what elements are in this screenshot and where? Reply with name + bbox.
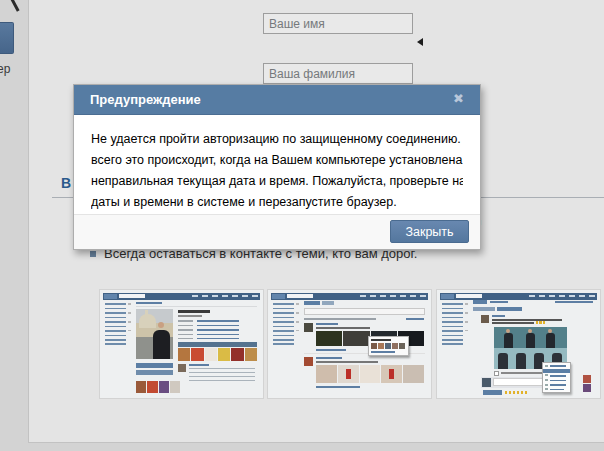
mini-friends-row (136, 381, 180, 393)
dialog-footer: Закрыть (74, 214, 480, 249)
tooltip-arrow-icon (417, 38, 423, 46)
section-heading-fragment: В (61, 175, 71, 191)
mini-sidebar-counters (296, 303, 299, 331)
vk-photo-view-screenshot (437, 290, 600, 398)
dialog-header: Предупреждение ✖ (74, 85, 480, 115)
last-name-input[interactable] (263, 63, 413, 84)
mini-top-menu (360, 295, 426, 297)
close-button[interactable]: Закрыть (390, 220, 469, 243)
vk-news-feed-screenshot (268, 290, 431, 398)
mini-light-photo-row (316, 365, 424, 383)
screenshot-root: ер В й. Всегда оставаться в контакте с т… (0, 0, 604, 451)
mini-top-menu (529, 295, 595, 297)
mini-sidebar-counters (128, 303, 131, 331)
mini-vk-logo (104, 294, 117, 299)
mini-search-box (119, 294, 145, 298)
warning-dialog: Предупреждение ✖ Не удается пройти автор… (73, 84, 481, 250)
mini-header-bar (103, 293, 260, 300)
mini-header-bar (271, 293, 428, 300)
cursor-fragment-icon (9, 0, 19, 12)
mini-header-bar (440, 293, 597, 300)
dialog-title: Предупреждение (90, 92, 201, 107)
mini-photo-strip (178, 348, 257, 361)
vk-profile-page-screenshot (100, 290, 263, 398)
mini-top-menu (192, 295, 258, 297)
mini-smiley-row (505, 391, 527, 394)
mini-smiley-dots (536, 321, 546, 324)
mini-sidebar-links (273, 303, 294, 345)
mini-vk-logo (441, 294, 454, 299)
first-name-input[interactable] (263, 13, 413, 34)
mini-vk-logo (272, 294, 285, 299)
mini-tooltip (368, 336, 409, 356)
mini-search-box (287, 294, 313, 298)
left-edge-text-fragment: ер (0, 62, 10, 76)
mini-sidebar-links (105, 303, 126, 345)
close-icon[interactable]: ✖ (453, 92, 464, 106)
mini-search-box (456, 294, 482, 298)
mini-sidebar-links (442, 303, 463, 345)
blue-tab-fragment (0, 22, 14, 54)
dialog-message: Не удается пройти авторизацию по защищен… (74, 115, 480, 213)
mini-dropdown-menu (542, 362, 571, 393)
mini-sidebar-counters (465, 303, 468, 331)
bullet-icon (90, 251, 96, 257)
mini-profile-photo (136, 309, 173, 359)
